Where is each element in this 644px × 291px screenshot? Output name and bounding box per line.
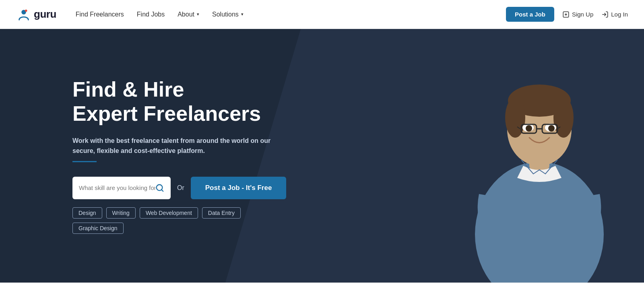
login-icon [601,11,609,18]
about-chevron-icon: ▾ [197,12,199,17]
nav-solutions[interactable]: Solutions ▾ [212,11,244,18]
or-text: Or [177,184,184,192]
quick-tags: Design Writing Web Development Data Entr… [72,207,282,234]
quick-tag-data-entry[interactable]: Data Entry [202,207,241,219]
nav-right: Post a Job Sign Up Log In [506,7,628,22]
hero-content: Find & Hire Expert Freelancers Work with… [0,54,282,258]
stats-bar: 800,000 Employers Worldwide 1 Million Pa… [0,283,644,291]
navbar: guru Find Freelancers Find Jobs About ▾ … [0,0,644,29]
search-input[interactable] [79,184,155,191]
nav-about[interactable]: About ▾ [178,11,199,18]
person-svg [459,41,620,283]
logo[interactable]: guru [16,7,56,22]
search-box [72,177,171,199]
logo-text: guru [34,8,56,21]
quick-tag-writing[interactable]: Writing [106,207,136,219]
nav-links: Find Freelancers Find Jobs About ▾ Solut… [76,11,506,18]
svg-line-20 [161,190,163,191]
solutions-chevron-icon: ▾ [241,12,244,17]
svg-point-12 [526,125,532,132]
svg-point-1 [25,9,27,12]
search-icon [155,184,164,192]
hero-subtitle: Work with the best freelance talent from… [72,136,282,156]
search-row: Or Post a Job - It's Free [72,177,282,199]
svg-point-8 [505,97,525,138]
hero-title: Find & Hire Expert Freelancers [72,78,282,126]
post-job-free-button[interactable]: Post a Job - It's Free [191,177,287,199]
signup-link[interactable]: Sign Up [562,11,593,18]
svg-point-13 [548,125,555,132]
login-link[interactable]: Log In [601,11,628,18]
guru-logo-icon [16,7,31,22]
hero-divider [72,161,97,162]
hero-person-image [435,29,644,283]
nav-find-freelancers[interactable]: Find Freelancers [76,11,124,18]
nav-find-jobs[interactable]: Find Jobs [137,11,165,18]
navbar-post-job-button[interactable]: Post a Job [506,7,554,22]
search-button[interactable] [155,184,164,192]
hero-section: Find & Hire Expert Freelancers Work with… [0,29,644,283]
quick-tag-web-dev[interactable]: Web Development [140,207,198,219]
svg-point-9 [553,97,574,138]
quick-tag-design[interactable]: Design [72,207,102,219]
signup-icon [562,11,570,18]
quick-tag-graphic-design[interactable]: Graphic Design [72,223,124,234]
